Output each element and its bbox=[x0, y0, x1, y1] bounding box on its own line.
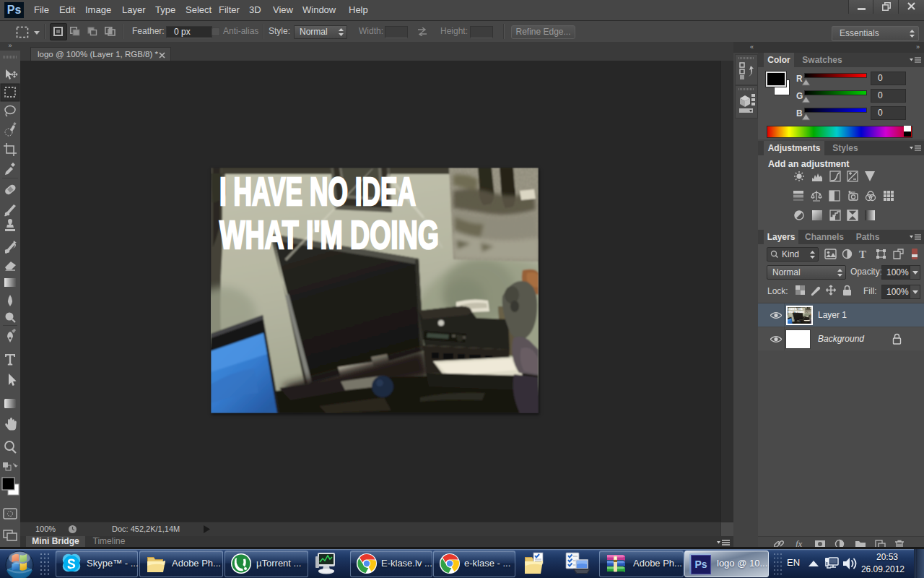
svg-text:T: T bbox=[859, 249, 866, 260]
svg-text:WHAT I'M DOING: WHAT I'M DOING bbox=[219, 212, 439, 257]
svg-text:I HAVE NO IDEA: I HAVE NO IDEA bbox=[219, 168, 416, 214]
